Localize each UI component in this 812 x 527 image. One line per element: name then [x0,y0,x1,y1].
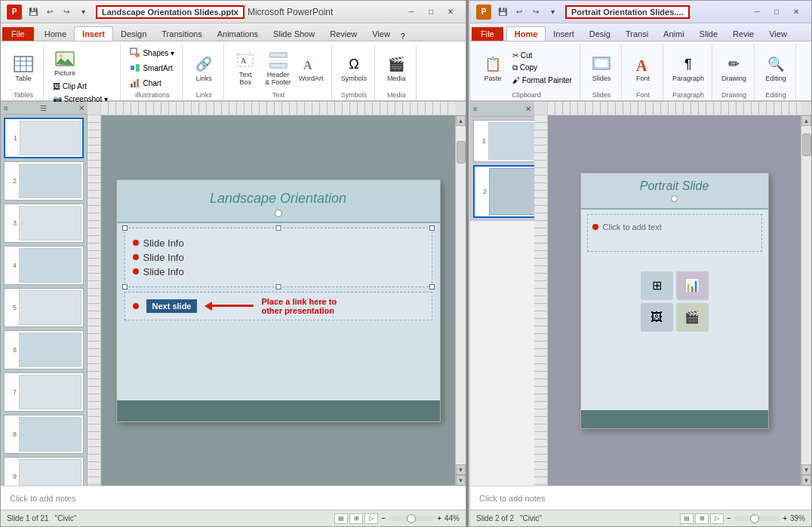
slide-thumb-5[interactable]: 5 [4,288,84,327]
slideshow-icon-r[interactable]: ▷ [710,513,724,524]
sb-track-left[interactable] [456,126,466,464]
header-footer-button[interactable]: Header& Footer [262,47,294,88]
add-text-box[interactable]: Click to add text [587,214,762,252]
normal-view-icon[interactable]: ▤ [334,513,348,524]
sb-up-right[interactable]: ▲ [801,115,811,126]
sb-down2-right[interactable]: ▼ [801,475,811,486]
zoom-slider-right[interactable] [734,516,780,522]
ruler-scrollbar-corner [455,102,466,115]
zoom-out-btn-left[interactable]: − [381,514,386,522]
redo-qab[interactable]: ↪ [60,5,73,19]
drawing-button[interactable]: ✏ Drawing [718,51,749,84]
tab-transitions-right[interactable]: Transi [618,27,656,41]
media-button[interactable]: 🎬 Media [381,51,411,84]
undo-qab-right[interactable]: ↩ [512,5,526,19]
zoom-thumb-left[interactable] [407,514,416,523]
tab-home-left[interactable]: Home [37,27,74,41]
normal-view-icon-r[interactable]: ▤ [680,513,694,524]
portrait-title[interactable]: Portrait Slide [587,179,762,193]
maximize-btn-left[interactable]: □ [422,5,440,19]
tab-view-left[interactable]: View [364,27,398,41]
smartart-button[interactable]: SmartArt [127,61,175,75]
save-qab[interactable]: 💾 [26,5,40,19]
tab-transitions-left[interactable]: Transitions [154,27,209,41]
panel-close-icon[interactable]: ✕ [78,104,85,112]
slide-sorter-icon-r[interactable]: ⊞ [695,513,709,524]
slide-sorter-icon[interactable]: ⊞ [349,513,363,524]
maximize-btn-right[interactable]: □ [767,5,786,19]
tab-slide-right[interactable]: Slide [692,27,725,41]
paragraph-button[interactable]: ¶ Paragraph [669,51,707,84]
slide-thumb-6[interactable]: 6 [4,330,84,369]
slide-thumb-8[interactable]: 8 [4,415,84,454]
bullet-content-box[interactable]: Slide Info Slide Info Slide Info [125,228,432,287]
font-button[interactable]: A Font [628,51,658,84]
zoom-in-btn-left[interactable]: + [437,514,441,522]
zoom-out-btn-right[interactable]: − [727,514,731,522]
next-slide-button[interactable]: Next slide [146,299,198,313]
notes-area-right[interactable]: Click to add notes [470,486,811,510]
wordart-button[interactable]: A WordArt [296,51,327,84]
slide-thumb-4[interactable]: 4 [4,246,84,285]
redo-qab-right[interactable]: ↪ [529,5,543,19]
tab-insert-left[interactable]: Insert [74,26,113,41]
paste-button[interactable]: 📋 Paste [478,51,508,84]
sb-down2-left[interactable]: ▼ [456,475,466,486]
sb-down-right[interactable]: ▼ [801,464,811,475]
sb-track-right[interactable] [801,126,811,464]
tab-insert-right[interactable]: Insert [546,27,582,41]
tab-design-left[interactable]: Design [113,27,154,41]
textbox-button[interactable]: A TextBox [230,47,260,88]
slide-thumb-3[interactable]: 3 [4,204,84,243]
customize-qab-right[interactable]: ▾ [546,5,559,19]
clip-art-button[interactable]: 🖼 Clip Art [50,81,90,92]
picture-button[interactable]: Picture [50,46,80,79]
scrollbar-v-left[interactable]: ▲ ▼ ▼ [455,115,466,486]
undo-qab[interactable]: ↩ [43,5,57,19]
editing-button[interactable]: 🔍 Editing [761,51,791,84]
tab-animations-right[interactable]: Animi [656,27,692,41]
zoom-slider-left[interactable] [389,516,434,522]
link-box[interactable]: Next slide Place a link here to other pr… [125,292,432,320]
tab-review-right[interactable]: Revie [725,27,761,41]
tab-review-left[interactable]: Review [322,27,364,41]
panel-close-icon-r[interactable]: ✕ [525,105,531,113]
tab-home-right[interactable]: Home [506,26,546,41]
minimize-btn-left[interactable]: ─ [402,5,420,19]
zoom-in-btn-right[interactable]: + [783,514,787,522]
tab-design-right[interactable]: Desig [582,27,618,41]
sb-thumb-left[interactable] [457,141,466,164]
slide-thumb-7[interactable]: 7 [4,372,84,412]
links-button[interactable]: 🔗 Links [189,51,219,84]
scrollbar-v-right[interactable]: ▲ ▼ ▼ [801,115,811,486]
tab-view-right[interactable]: View [761,27,795,41]
sb-thumb-right[interactable] [802,133,811,156]
copy-button[interactable]: ⧉ Copy [509,62,575,74]
tab-file-right[interactable]: File [472,27,503,41]
slide-thumb-1[interactable]: 1 [4,118,84,158]
cut-button[interactable]: ✂ Cut [509,50,575,61]
slide-title[interactable]: Landscape Orientation [126,188,431,210]
tab-file-left[interactable]: File [2,27,34,41]
tab-slideshow-left[interactable]: Slide Show [266,27,322,41]
slide-thumb-2[interactable]: 2 [4,161,84,201]
slide-thumb-9[interactable]: 9 [4,457,84,486]
format-painter-button[interactable]: 🖌 Format Painter [509,75,575,86]
symbols-button[interactable]: Ω Symbols [338,51,371,84]
notes-area-left[interactable]: Click to add notes [1,486,466,510]
save-qab-right[interactable]: 💾 [496,5,509,19]
slideshow-icon[interactable]: ▷ [364,513,378,524]
customize-qab[interactable]: ▾ [76,5,90,19]
chart-button[interactable]: Chart [127,76,164,90]
close-btn-left[interactable]: ✕ [441,5,460,19]
sb-down-left[interactable]: ▼ [456,464,466,475]
sb-up-left[interactable]: ▲ [456,115,466,126]
minimize-btn-right[interactable]: ─ [748,5,766,19]
close-btn-right[interactable]: ✕ [787,5,805,19]
slides-button[interactable]: Slides [586,51,617,84]
table-button[interactable]: Table [8,51,38,84]
zoom-thumb-right[interactable] [750,514,759,523]
tab-animations-left[interactable]: Animations [210,27,266,41]
help-icon-left[interactable]: ? [401,32,405,41]
shapes-button[interactable]: Shapes ▾ [127,46,177,60]
